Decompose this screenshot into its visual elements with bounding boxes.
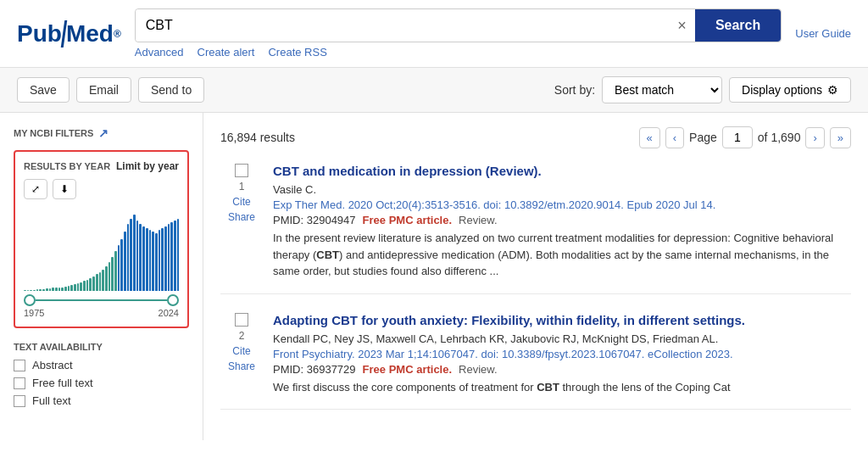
page-number-input[interactable] (722, 126, 753, 148)
result-abstract-1: In the present review literature is anal… (273, 230, 851, 280)
chart-bar (96, 274, 98, 291)
chart-bar (168, 224, 170, 291)
chart-bar (105, 266, 108, 291)
chart-bar (77, 283, 80, 291)
chart-bar (102, 270, 104, 291)
display-options-button[interactable]: Display options ⚙ (729, 77, 851, 103)
clear-button[interactable]: × (669, 17, 695, 35)
search-area: × Search Advanced Create alert Create RS… (135, 8, 782, 59)
result-journal-1: Exp Ther Med. 2020 Oct;20(4):3513-3516. … (273, 198, 851, 211)
result-type-1: Review. (459, 214, 498, 226)
display-options-label: Display options (742, 83, 822, 97)
chart-bar (118, 245, 120, 291)
sort-select[interactable]: Best match Most recent Publication date (602, 76, 722, 103)
result-authors-2: Kendall PC, Ney JS, Maxwell CA, Lehrbach… (273, 332, 851, 345)
expand-chart-button[interactable]: ⤢ (24, 179, 47, 199)
advanced-link[interactable]: Advanced (135, 46, 184, 59)
result-checkbox-1[interactable] (235, 164, 248, 177)
chart-bar (39, 289, 42, 291)
result-abstract-2: We first discuss the core components of … (273, 379, 851, 396)
pagination: « ‹ Page of 1,690 › » (639, 126, 851, 148)
prev-page-button[interactable]: ‹ (665, 127, 684, 148)
chart-bar (155, 233, 158, 291)
cite-link-1[interactable]: Cite (232, 196, 250, 208)
result-title-1-text: and medication in depression (Review). (299, 164, 542, 178)
filter-abstract[interactable]: Abstract (14, 359, 189, 371)
create-rss-link[interactable]: Create RSS (268, 46, 326, 59)
chart-bar (80, 282, 82, 291)
result-title-2[interactable]: Adapting CBT for youth anxiety: Flexibil… (273, 311, 851, 329)
result-number-1: 1 (239, 181, 245, 193)
chart-bar (170, 222, 173, 291)
chart-bar (130, 219, 132, 292)
chart-bar (55, 288, 58, 291)
chart-bar (149, 230, 152, 291)
chart-bar (152, 232, 154, 291)
free-full-text-checkbox[interactable] (14, 377, 25, 389)
first-page-button[interactable]: « (639, 127, 660, 148)
search-button[interactable]: Search (695, 9, 781, 42)
chart-bar (133, 215, 136, 291)
share-link-2[interactable]: Share (228, 360, 255, 372)
my-ncbi-filters: MY NCBI FILTERS ↗ (14, 126, 189, 140)
download-chart-button[interactable]: ⬇ (53, 179, 76, 199)
chart-bar (83, 281, 86, 291)
result-title-1[interactable]: CBT and medication in depression (Review… (273, 162, 851, 180)
chart-bar (139, 224, 142, 291)
result-title-2-post: for youth anxiety: Flexibility, within f… (358, 313, 745, 327)
ncbi-filters-label: MY NCBI FILTERS (14, 128, 93, 138)
chart-bar (120, 239, 123, 291)
result-item-2: 2 Cite Share Adapting CBT for youth anxi… (220, 311, 851, 410)
free-pmc-badge-1[interactable]: Free PMC article. (363, 214, 453, 226)
free-pmc-badge-2[interactable]: Free PMC article. (363, 363, 453, 376)
filter-free-full-text[interactable]: Free full text (14, 377, 189, 389)
last-page-button[interactable]: » (830, 127, 851, 148)
text-availability-title: TEXT AVAILABILITY (14, 342, 189, 352)
chart-bar (70, 285, 73, 291)
chart-bar (33, 290, 36, 291)
chart-bar (86, 280, 89, 292)
chart-bar (136, 221, 139, 291)
cite-link-2[interactable]: Cite (232, 345, 250, 357)
result-left-2: 2 Cite Share (220, 311, 263, 396)
abstract-checkbox[interactable] (14, 360, 25, 371)
chart-bar (161, 228, 164, 291)
content: 16,894 results « ‹ Page of 1,690 › » 1 C… (203, 113, 868, 440)
chart-bar (92, 276, 95, 291)
result-type-2: Review. (459, 363, 498, 376)
chart-bar (49, 288, 52, 291)
full-text-checkbox[interactable] (14, 395, 25, 407)
email-button[interactable]: Email (76, 77, 131, 103)
chart-bar (46, 288, 48, 291)
results-count: 16,894 results (220, 131, 295, 144)
chart-bar (114, 251, 117, 291)
chart-bar (164, 226, 167, 292)
result-item: 1 Cite Share CBT and medication in depre… (220, 162, 851, 294)
result-body-1: CBT and medication in depression (Review… (273, 162, 851, 280)
result-pmid-1: PMID: 32904947 (273, 214, 356, 226)
share-link-1[interactable]: Share (228, 211, 255, 223)
logo-med: Med (66, 20, 114, 47)
chart-bar (124, 232, 126, 291)
chart-bar (52, 288, 54, 291)
result-checkbox-2[interactable] (235, 313, 248, 327)
logo-pub: Pub (17, 20, 62, 47)
chart-bar (108, 262, 111, 291)
rby-title: RESULTS BY YEAR (24, 161, 110, 171)
user-guide-link[interactable]: User Guide (795, 27, 851, 40)
year-end-label: 2024 (159, 308, 179, 318)
save-button[interactable]: Save (17, 77, 70, 103)
sidebar: MY NCBI FILTERS ↗ RESULTS BY YEAR Limit … (0, 113, 203, 440)
external-link-icon[interactable]: ↗ (98, 126, 108, 140)
filter-full-text[interactable]: Full text (14, 394, 189, 407)
create-alert-link[interactable]: Create alert (198, 46, 255, 59)
search-input[interactable] (136, 9, 670, 42)
next-page-button[interactable]: › (805, 127, 824, 148)
chart-bar (58, 288, 61, 292)
chart-bar (24, 290, 26, 291)
chart-bar (42, 289, 45, 291)
page-total: of 1,690 (758, 131, 801, 144)
year-end-circle[interactable] (167, 294, 179, 306)
year-start-circle[interactable] (24, 294, 36, 306)
send-to-button[interactable]: Send to (138, 77, 204, 103)
